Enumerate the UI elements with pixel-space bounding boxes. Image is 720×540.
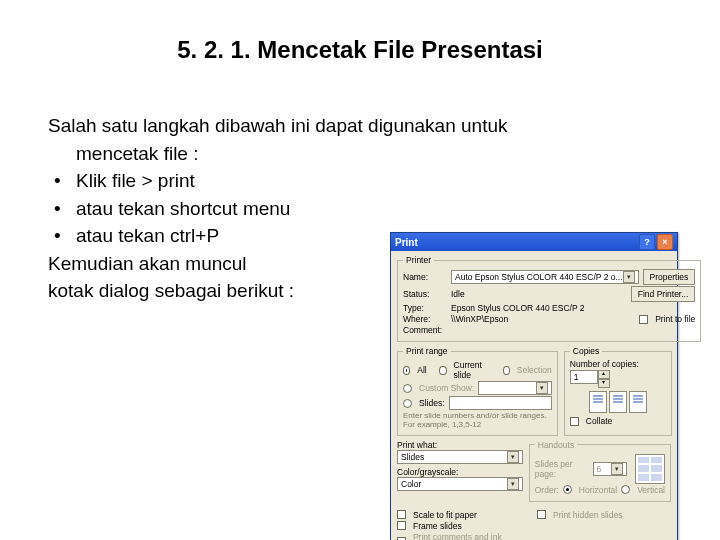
order-vert-label: Vertical (637, 485, 665, 495)
help-icon[interactable]: ? (639, 234, 655, 250)
color-combo[interactable]: Color ▾ (397, 477, 523, 491)
spp-value: 6 (597, 464, 602, 474)
range-selection-radio[interactable] (503, 366, 510, 375)
dialog-title: Print (395, 237, 637, 248)
print-range-group: Print range All Current slide Selection … (397, 346, 558, 436)
spin-down-icon[interactable]: ▾ (598, 379, 610, 388)
scale-checkbox[interactable] (397, 510, 406, 519)
print-what-combo[interactable]: Slides ▾ (397, 450, 523, 464)
color-label: Color/grayscale: (397, 467, 523, 477)
printer-name-value: Auto Epson Stylus COLOR 440 ESC/P 2 o... (455, 272, 623, 282)
chevron-down-icon[interactable]: ▾ (507, 451, 519, 463)
hidden-checkbox[interactable] (537, 510, 546, 519)
copies-number-label: Number of copies: (570, 359, 666, 369)
range-selection-label: Selection (517, 365, 552, 375)
spp-label: Slides per page: (535, 459, 589, 479)
handouts-group: Handouts Slides per page: 6 ▾ Order (529, 440, 671, 502)
range-all-radio[interactable] (403, 366, 410, 375)
copies-legend: Copies (570, 346, 602, 356)
order-horiz-label: Horizontal (579, 485, 617, 495)
slide-title: 5. 2. 1. Mencetak File Presentasi (48, 36, 672, 64)
custom-show-combo[interactable]: ▾ (478, 381, 551, 395)
range-custom-label: Custom Show: (419, 383, 474, 393)
printer-status-value: Idle (451, 289, 465, 299)
range-current-label: Current slide (454, 360, 490, 380)
sheet-icon (629, 391, 647, 413)
bullet-dot-icon: • (48, 222, 76, 250)
range-slides-radio[interactable] (403, 399, 412, 408)
print-to-file-checkbox[interactable] (639, 315, 648, 324)
range-current-radio[interactable] (439, 366, 446, 375)
scale-label: Scale to fit paper (413, 510, 477, 520)
print-what-label: Print what: (397, 440, 523, 450)
lead-line-2: mencetak file : (48, 140, 672, 168)
printer-where-label: Where: (403, 314, 447, 324)
collate-label: Collate (586, 416, 612, 426)
print-what-value: Slides (401, 452, 424, 462)
print-dialog: Print ? × Printer Name: Auto Epson Stylu… (390, 232, 678, 540)
copies-spinbox[interactable]: 1 ▴ ▾ (570, 370, 610, 388)
find-printer-button[interactable]: Find Printer... (631, 286, 696, 302)
order-vert-radio[interactable] (621, 485, 630, 494)
spp-combo[interactable]: 6 ▾ (593, 462, 627, 476)
printer-status-label: Status: (403, 289, 447, 299)
chevron-down-icon[interactable]: ▾ (507, 478, 519, 490)
bullet-dot-icon: • (48, 167, 76, 195)
printer-type-value: Epson Stylus COLOR 440 ESC/P 2 (451, 303, 585, 313)
sheet-icon (609, 391, 627, 413)
printer-type-label: Type: (403, 303, 447, 313)
frame-checkbox[interactable] (397, 521, 406, 530)
handout-preview-icon (635, 454, 666, 484)
chevron-down-icon[interactable]: ▾ (623, 271, 635, 283)
dialog-body: Printer Name: Auto Epson Stylus COLOR 44… (391, 251, 677, 540)
hidden-label: Print hidden slides (553, 510, 622, 520)
order-label: Order: (535, 485, 559, 495)
range-slides-input[interactable] (449, 396, 552, 410)
printer-comment-label: Comment: (403, 325, 447, 335)
copies-value[interactable]: 1 (570, 370, 598, 384)
spin-up-icon[interactable]: ▴ (598, 370, 610, 379)
bullet-dot-icon: • (48, 195, 76, 223)
color-value: Color (401, 479, 421, 489)
print-what-block: Print what: Slides ▾ Color/grayscale: Co… (397, 440, 523, 506)
range-all-label: All (417, 365, 426, 375)
bullet-text: Klik file > print (76, 167, 195, 195)
collate-figure (570, 391, 666, 413)
handouts-legend: Handouts (535, 440, 577, 450)
print-to-file-label: Print to file (655, 314, 695, 324)
dialog-titlebar[interactable]: Print ? × (391, 233, 677, 251)
close-icon[interactable]: × (657, 234, 673, 250)
properties-button[interactable]: Properties (643, 269, 696, 285)
range-note: Enter slide numbers and/or slide ranges.… (403, 412, 552, 430)
collate-checkbox[interactable] (570, 417, 579, 426)
order-horiz-radio[interactable] (563, 485, 572, 494)
printer-group: Printer Name: Auto Epson Stylus COLOR 44… (397, 255, 701, 342)
bullet-item: • Klik file > print (48, 167, 672, 195)
chevron-down-icon[interactable]: ▾ (536, 382, 548, 394)
printer-name-combo[interactable]: Auto Epson Stylus COLOR 440 ESC/P 2 o...… (451, 270, 639, 284)
printer-legend: Printer (403, 255, 434, 265)
range-slides-label: Slides: (419, 398, 445, 408)
bullet-text: atau tekan ctrl+P (76, 222, 219, 250)
frame-label: Frame slides (413, 521, 462, 531)
bullet-text: atau tekan shortcut menu (76, 195, 290, 223)
sheet-icon (589, 391, 607, 413)
range-custom-radio[interactable] (403, 384, 412, 393)
bullet-item: • atau tekan shortcut menu (48, 195, 672, 223)
printer-where-value: \\WinXP\Epson (451, 314, 508, 324)
lead-line-1: Salah satu langkah dibawah ini dapat dig… (48, 112, 672, 140)
comments-label: Print comments and ink markup (413, 532, 531, 540)
slide: 5. 2. 1. Mencetak File Presentasi Salah … (0, 0, 720, 540)
print-range-legend: Print range (403, 346, 451, 356)
chevron-down-icon[interactable]: ▾ (611, 463, 623, 475)
copies-group: Copies Number of copies: 1 ▴ ▾ (564, 346, 672, 436)
printer-name-label: Name: (403, 272, 447, 282)
